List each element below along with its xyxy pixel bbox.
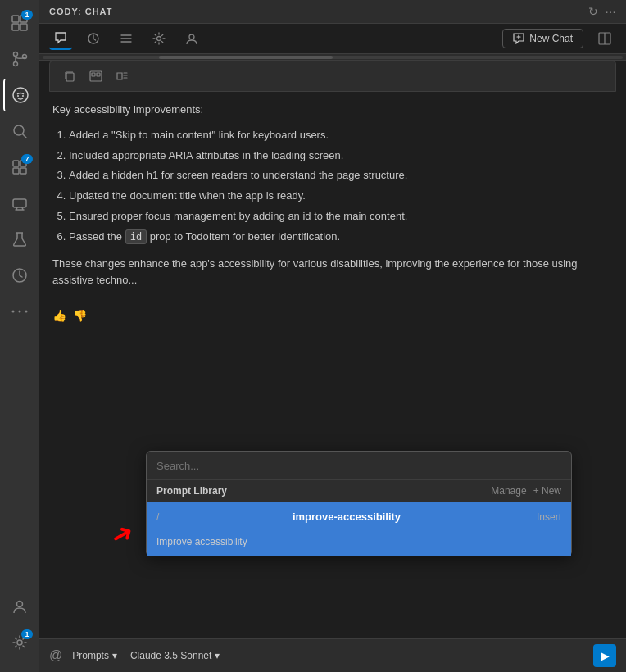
settings-icon[interactable]: 1 [3, 626, 36, 659]
svg-point-4 [14, 52, 18, 57]
svg-rect-2 [12, 24, 19, 30]
extensions-badge: 1 [21, 10, 33, 20]
svg-point-9 [22, 95, 24, 97]
thumbs-down-icon[interactable]: 👎 [73, 309, 87, 322]
search-icon[interactable] [3, 115, 36, 148]
svg-point-17 [12, 311, 15, 313]
refresh-icon[interactable]: ↻ [588, 5, 599, 18]
insert-button[interactable]: Insert [537, 511, 561, 523]
main-panel: CODY: CHAT ↻ ··· [39, 0, 626, 672]
settings-tab-icon[interactable] [147, 27, 170, 50]
prompts-chevron-icon: ▾ [112, 650, 117, 661]
account-tab-icon[interactable] [180, 27, 203, 50]
svg-rect-15 [13, 199, 26, 207]
timeline-icon[interactable] [3, 259, 36, 292]
list-item: Ensured proper focus management by addin… [69, 208, 613, 225]
svg-point-21 [17, 640, 22, 645]
title-bar: CODY: CHAT ↻ ··· [39, 0, 626, 24]
chat-list: Added a "Skip to main content" link for … [52, 127, 613, 246]
prompt-path: / [156, 511, 293, 523]
svg-rect-28 [92, 73, 95, 76]
settings-badge: 1 [21, 629, 33, 639]
svg-point-5 [14, 62, 18, 66]
content-area: Key accessibility improvements: Added a … [39, 54, 626, 638]
chat-message: Key accessibility improvements: Added a … [39, 92, 626, 306]
search-input[interactable] [156, 460, 561, 472]
more-options-icon[interactable]: ··· [606, 5, 616, 18]
source-control-icon[interactable] [3, 43, 36, 75]
feedback-row: 👍 👎 [39, 306, 626, 325]
prompts-label: Prompts [72, 650, 109, 661]
svg-rect-29 [97, 73, 100, 76]
prompt-library-title: Prompt Library [156, 485, 491, 497]
svg-rect-14 [20, 168, 26, 174]
model-label: Claude 3.5 Sonnet [130, 650, 211, 661]
svg-rect-0 [12, 16, 19, 22]
model-chevron-icon: ▾ [215, 650, 220, 661]
svg-rect-11 [13, 161, 19, 166]
new-prompt-button[interactable]: + New [533, 485, 561, 497]
prompt-item[interactable]: / improve-accessibility Insert [147, 502, 571, 531]
app-title: CODY: CHAT [49, 7, 112, 16]
apply-icon[interactable] [112, 66, 132, 86]
prompt-name: improve-accessibility [293, 511, 401, 523]
code-toolbar [49, 61, 616, 92]
list-item: Added a "Skip to main content" link for … [69, 127, 613, 144]
menu-tab-icon[interactable] [115, 27, 138, 50]
remote-icon[interactable] [3, 187, 36, 220]
model-selector-button[interactable]: Claude 3.5 Sonnet ▾ [127, 648, 223, 663]
cody-icon[interactable] [3, 79, 36, 111]
list-item: Passed the id prop to TodoItem for bette… [69, 229, 613, 246]
svg-point-24 [189, 34, 194, 39]
insert-icon[interactable] [86, 66, 106, 86]
svg-point-20 [17, 602, 23, 607]
history-tab-icon[interactable] [82, 27, 105, 50]
list-item: Included appropriate ARIA attributes in … [69, 148, 613, 165]
prompts-button[interactable]: Prompts ▾ [69, 648, 120, 663]
svg-point-18 [19, 311, 21, 313]
svg-point-7 [13, 88, 28, 102]
svg-point-19 [25, 311, 28, 313]
dropdown-header: Prompt Library Manage + New [147, 480, 571, 502]
svg-rect-26 [66, 73, 74, 81]
list-item: Added a hidden h1 for screen readers to … [69, 167, 613, 184]
arrow-indicator: ➜ [105, 515, 139, 553]
chat-paragraph: These changes enhance the app's accessib… [52, 256, 613, 290]
explorer-icon[interactable]: 7 [3, 151, 36, 184]
new-chat-button[interactable]: New Chat [502, 29, 583, 48]
input-area: @ Prompts ▾ Claude 3.5 Sonnet ▾ ▶ [39, 638, 626, 672]
inline-code: id [125, 229, 147, 244]
account-icon[interactable] [3, 590, 36, 623]
thumbs-up-icon[interactable]: 👍 [52, 309, 66, 322]
activity-bar: 1 7 [0, 0, 39, 672]
dropdown-search-area [147, 452, 571, 480]
at-mention-icon[interactable]: @ [49, 648, 62, 663]
chat-tab-icon[interactable] [49, 27, 72, 50]
send-icon: ▶ [601, 649, 610, 662]
prompt-description: Improve accessibility [147, 531, 571, 556]
more-icon[interactable] [3, 295, 36, 328]
svg-rect-13 [13, 168, 19, 174]
chat-toolbar: New Chat [39, 24, 626, 54]
bottom-toolbar: @ Prompts ▾ Claude 3.5 Sonnet ▾ ▶ [39, 639, 626, 672]
flask-icon[interactable] [3, 223, 36, 256]
explorer-badge: 7 [21, 154, 33, 164]
chat-heading: Key accessibility improvements: [52, 102, 613, 119]
horizontal-scrollbar[interactable] [39, 54, 626, 61]
manage-button[interactable]: Manage [491, 485, 526, 497]
list-item: Updated the document title when the app … [69, 188, 613, 205]
new-chat-label: New Chat [529, 33, 573, 44]
prompt-library-dropdown: Prompt Library Manage + New / improve-ac… [146, 451, 572, 556]
svg-point-23 [157, 37, 161, 41]
extensions-icon[interactable]: 1 [3, 7, 36, 39]
send-button[interactable]: ▶ [593, 644, 616, 667]
svg-point-8 [17, 95, 19, 97]
panel-icon[interactable] [593, 27, 616, 50]
copy-icon[interactable] [60, 66, 79, 86]
svg-rect-3 [20, 24, 27, 30]
